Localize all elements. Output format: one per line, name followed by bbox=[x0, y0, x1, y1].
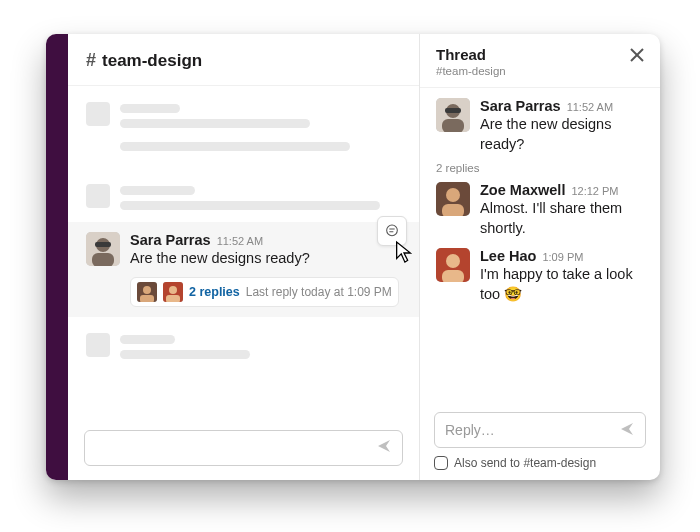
reply-count-label: 2 replies bbox=[436, 162, 646, 174]
message-placeholder bbox=[68, 178, 419, 216]
message-text: I'm happy to take a look too 🤓 bbox=[480, 265, 646, 304]
svg-point-8 bbox=[143, 286, 151, 294]
svg-point-20 bbox=[446, 188, 460, 202]
svg-point-11 bbox=[169, 286, 177, 294]
also-send-checkbox[interactable] bbox=[434, 456, 448, 470]
svg-rect-12 bbox=[166, 295, 180, 302]
message-time: 11:52 AM bbox=[567, 101, 613, 113]
workspace-sidebar bbox=[46, 34, 68, 480]
svg-rect-6 bbox=[95, 242, 111, 247]
thread-subtitle: #team-design bbox=[436, 65, 506, 77]
thread-summary[interactable]: 2 replies Last reply today at 1:09 PM bbox=[130, 277, 399, 307]
message-row[interactable]: Sara Parras 11:52 AM Are the new designs… bbox=[68, 222, 419, 317]
message-author: Lee Hao bbox=[480, 248, 536, 264]
avatar bbox=[436, 182, 470, 216]
message-text: Are the new designs ready? bbox=[130, 249, 405, 269]
channel-name: team-design bbox=[102, 51, 202, 71]
also-send-label: Also send to #team-design bbox=[454, 456, 596, 470]
send-icon[interactable] bbox=[376, 438, 392, 458]
thread-message: Lee Hao 1:09 PM I'm happy to take a look… bbox=[436, 248, 646, 304]
thread-message: Zoe Maxwell 12:12 PM Almost. I'll share … bbox=[436, 182, 646, 238]
send-icon[interactable] bbox=[619, 421, 635, 440]
start-thread-button[interactable] bbox=[377, 216, 407, 246]
avatar bbox=[86, 232, 120, 266]
avatar bbox=[436, 98, 470, 132]
channel-panel: # team-design bbox=[68, 34, 420, 480]
svg-point-0 bbox=[387, 225, 398, 236]
reply-compose[interactable]: Reply… bbox=[434, 412, 646, 448]
message-time: 12:12 PM bbox=[571, 185, 618, 197]
thread-icon bbox=[384, 223, 400, 239]
svg-point-23 bbox=[446, 254, 460, 268]
message-placeholder bbox=[68, 134, 419, 170]
thread-title: Thread bbox=[436, 46, 506, 63]
svg-rect-9 bbox=[140, 295, 154, 302]
reply-placeholder: Reply… bbox=[445, 422, 495, 438]
message-placeholder bbox=[68, 96, 419, 134]
message-author: Sara Parras bbox=[130, 232, 211, 248]
svg-rect-17 bbox=[442, 119, 464, 132]
reply-count: 2 replies bbox=[189, 285, 240, 299]
reply-avatar bbox=[163, 282, 183, 302]
svg-rect-5 bbox=[92, 253, 114, 266]
message-author: Sara Parras bbox=[480, 98, 561, 114]
channel-header: # team-design bbox=[68, 34, 419, 86]
last-reply-time: Last reply today at 1:09 PM bbox=[246, 285, 392, 299]
avatar bbox=[436, 248, 470, 282]
hash-icon: # bbox=[86, 50, 96, 71]
message-author: Zoe Maxwell bbox=[480, 182, 565, 198]
message-text: Almost. I'll share them shortly. bbox=[480, 199, 646, 238]
thread-message-list: Sara Parras 11:52 AM Are the new designs… bbox=[420, 88, 660, 406]
app-window: # team-design bbox=[46, 34, 660, 480]
also-send-row[interactable]: Also send to #team-design bbox=[420, 454, 660, 480]
message-time: 11:52 AM bbox=[217, 235, 263, 247]
close-icon bbox=[628, 46, 646, 64]
message-text: Are the new designs ready? bbox=[480, 115, 646, 154]
message-list: Sara Parras 11:52 AM Are the new designs… bbox=[68, 86, 419, 420]
message-compose[interactable] bbox=[84, 430, 403, 466]
close-button[interactable] bbox=[628, 46, 646, 64]
thread-header: Thread #team-design bbox=[420, 34, 660, 88]
svg-rect-21 bbox=[442, 204, 464, 216]
svg-rect-24 bbox=[442, 270, 464, 282]
thread-panel: Thread #team-design Sara Parras 11:52 AM… bbox=[420, 34, 660, 480]
reply-avatar bbox=[137, 282, 157, 302]
svg-rect-18 bbox=[445, 108, 461, 113]
message-placeholder bbox=[68, 327, 419, 365]
message-time: 1:09 PM bbox=[542, 251, 583, 263]
thread-message: Sara Parras 11:52 AM Are the new designs… bbox=[436, 98, 646, 154]
